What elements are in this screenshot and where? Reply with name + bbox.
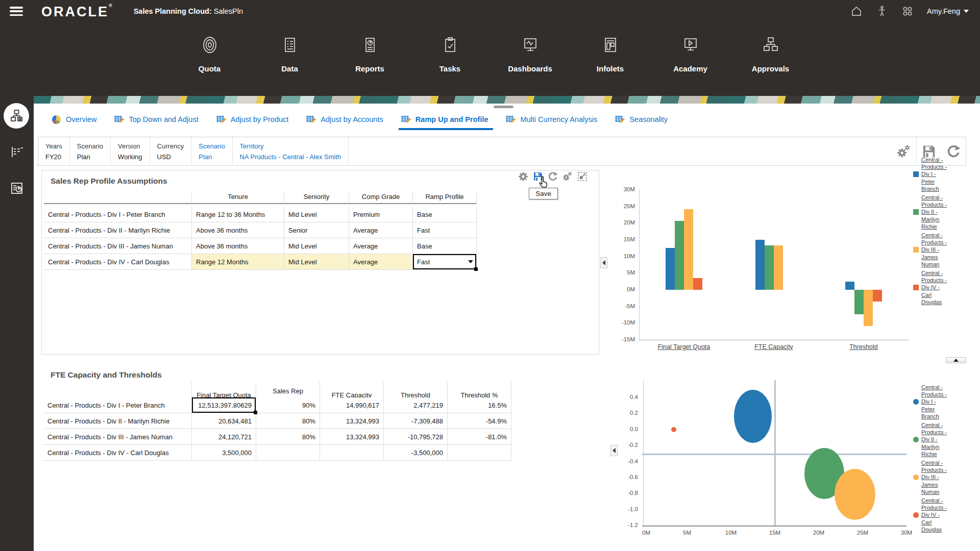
category-label[interactable]: Threshold — [818, 343, 910, 350]
data-cell[interactable]: 20,634,481 — [192, 413, 256, 429]
legend-item[interactable]: Central - Products - Div I - Peter Branc… — [913, 384, 954, 420]
legend-item[interactable]: Central - Products - Div III - James Num… — [913, 459, 954, 495]
nav-item-tasks[interactable]: Tasks — [410, 22, 490, 96]
outline-list-icon[interactable] — [9, 145, 24, 160]
pov-segment-scenario[interactable]: ScenarioPlan — [191, 137, 232, 165]
banner-collapse-handle[interactable] — [494, 106, 513, 108]
tab-ramp-up-and-profile[interactable]: Ramp Up and Profile — [401, 110, 488, 129]
refresh-icon[interactable] — [548, 171, 558, 182]
data-cell[interactable]: 13,324,993 — [320, 413, 384, 429]
tab-multi-currency-analysis[interactable]: Multi Currency Analysis — [505, 110, 597, 129]
bar-segment[interactable] — [864, 290, 873, 326]
data-cell[interactable]: 2,477,219 — [384, 397, 448, 413]
bar-segment[interactable] — [845, 282, 854, 290]
data-cell[interactable]: Mid Level — [284, 254, 349, 270]
data-cell[interactable]: -81.0% — [448, 429, 511, 445]
data-cell[interactable]: 16.5% — [448, 397, 511, 413]
data-cell[interactable]: Average — [349, 222, 413, 238]
data-cell[interactable]: Senior — [284, 222, 349, 238]
data-cell[interactable]: Average — [349, 254, 413, 270]
splitter-up-icon[interactable] — [946, 357, 966, 363]
nav-item-approvals[interactable]: Approvals — [730, 22, 811, 96]
maximize-icon[interactable] — [577, 171, 587, 182]
bar-segment[interactable] — [873, 290, 882, 302]
cell-fill-handle[interactable] — [474, 267, 478, 271]
data-cell[interactable]: -7,309,488 — [384, 413, 448, 429]
tab-top-down-and-adjust[interactable]: Top Down and Adjust — [114, 110, 198, 129]
report-doc-icon[interactable] — [9, 181, 24, 196]
bar-segment[interactable] — [684, 209, 693, 290]
bar-segment[interactable] — [666, 248, 675, 290]
settings-gears-icon[interactable] — [562, 171, 573, 182]
user-menu[interactable]: Amy.Feng — [927, 7, 969, 15]
dropdown-cell[interactable]: Fast — [413, 254, 477, 270]
data-cell[interactable] — [320, 445, 384, 461]
collapse-left-arrow-icon[interactable] — [600, 257, 607, 268]
legend-item[interactable]: Central - Products - Div I - Peter Branc… — [913, 156, 954, 192]
data-cell[interactable]: 3,500,000 — [192, 445, 256, 461]
settings-gears-icon[interactable] — [897, 144, 911, 159]
gear-icon[interactable] — [518, 171, 528, 182]
data-cell[interactable]: Base — [413, 207, 477, 222]
data-cell[interactable]: Base — [413, 238, 477, 254]
bubble[interactable] — [671, 427, 676, 432]
bar-segment[interactable] — [765, 245, 774, 290]
data-cell[interactable]: 13,324,993 — [320, 429, 384, 445]
data-cell[interactable]: 90% — [256, 397, 320, 413]
data-cell[interactable]: Above 36 months — [192, 222, 284, 238]
nav-item-academy[interactable]: Academy — [650, 22, 730, 96]
category-label[interactable]: Final Target Quota — [638, 343, 730, 350]
bar-segment[interactable] — [755, 240, 765, 290]
data-cell[interactable]: Above 36 months — [192, 238, 284, 254]
home-icon[interactable] — [850, 5, 863, 17]
accessibility-icon[interactable] — [876, 5, 888, 17]
legend-item[interactable]: Central - Products - Div IV - Carl Dougl… — [913, 269, 954, 306]
hamburger-menu-icon[interactable] — [10, 7, 23, 16]
data-cell[interactable]: 24,120,721 — [192, 429, 256, 445]
navigation-flow-icon[interactable] — [4, 103, 29, 129]
nav-item-reports[interactable]: Reports — [330, 22, 410, 96]
data-cell[interactable]: 12,513,397.80629 — [192, 397, 256, 413]
data-cell[interactable]: Mid Level — [284, 207, 349, 222]
bar-segment[interactable] — [675, 221, 684, 290]
legend-item[interactable]: Central - Products - Div IV - Carl Dougl… — [913, 497, 954, 533]
data-cell[interactable] — [448, 445, 511, 461]
category-label[interactable]: FTE Capacity — [728, 343, 820, 350]
nav-item-quota[interactable]: Quota — [169, 22, 250, 96]
data-cell[interactable]: 14,990,617 — [320, 397, 384, 413]
nav-item-infolets[interactable]: Infolets — [570, 22, 650, 96]
data-cell[interactable]: -54.9% — [448, 413, 511, 429]
save-icon[interactable] — [533, 171, 543, 182]
tab-seasonality[interactable]: Seasonality — [615, 110, 668, 129]
bubble[interactable] — [734, 390, 772, 443]
data-cell[interactable]: Range 12 Months — [192, 254, 284, 270]
bubble[interactable] — [835, 469, 875, 520]
data-cell[interactable]: Fast — [413, 222, 477, 238]
cell-fill-handle[interactable] — [254, 411, 257, 414]
apps-grid-icon[interactable] — [901, 5, 914, 17]
data-cell[interactable]: Range 12 to 36 Months — [192, 207, 284, 222]
data-cell[interactable] — [256, 445, 320, 461]
legend-item[interactable]: Central - Products - Div II - Marilyn Ri… — [913, 421, 954, 458]
nav-item-data[interactable]: Data — [250, 22, 330, 96]
tab-overview[interactable]: Overview — [51, 110, 96, 129]
data-cell[interactable]: -10,795,728 — [384, 429, 448, 445]
data-cell[interactable]: -3,500,000 — [384, 445, 448, 461]
dropdown-caret-icon[interactable] — [468, 260, 473, 263]
data-cell[interactable]: 80% — [256, 413, 320, 429]
data-cell[interactable]: Average — [349, 238, 413, 254]
legend-item[interactable]: Central - Products - Div III - James Num… — [913, 232, 954, 268]
tab-adjust-by-accounts[interactable]: Adjust by Accounts — [306, 110, 383, 129]
pov-value: Plan — [77, 153, 103, 161]
tab-adjust-by-product[interactable]: Adjust by Product — [216, 110, 289, 129]
bar-segment[interactable] — [693, 278, 702, 290]
data-cell[interactable]: 80% — [256, 429, 320, 445]
legend-item[interactable]: Central - Products - Div II - Marilyn Ri… — [913, 194, 954, 230]
collapse-left-arrow-icon[interactable] — [610, 445, 618, 456]
nav-item-dashboards[interactable]: Dashboards — [490, 22, 570, 96]
bar-segment[interactable] — [774, 245, 783, 290]
pov-segment-territory[interactable]: TerritoryNA Products - Central - Alex Sm… — [233, 137, 349, 165]
bar-segment[interactable] — [854, 290, 864, 314]
data-cell[interactable]: Premium — [349, 207, 413, 222]
data-cell[interactable]: Mid Level — [284, 238, 349, 254]
